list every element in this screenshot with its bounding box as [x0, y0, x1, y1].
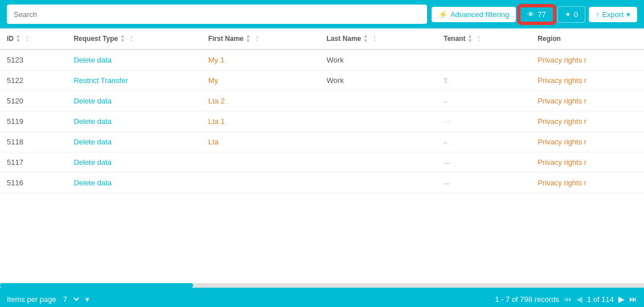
- export-button[interactable]: ↑ Export ▾: [589, 7, 637, 22]
- pagination-section: 1 - 7 of 798 records ⏮ ◀ 1 of 114 ▶ ⏭: [495, 294, 637, 304]
- cell-first-name: Lta: [202, 132, 320, 152]
- cell-id: 5119: [0, 111, 67, 132]
- sort-down-icon: ▼: [16, 39, 20, 43]
- selected-button[interactable]: ✦ 0: [557, 6, 585, 23]
- export-icon: ↑: [596, 10, 600, 19]
- cell-first-name: My: [202, 70, 320, 91]
- col-menu-tenant-icon[interactable]: ⋮: [475, 35, 482, 43]
- cell-region: Privacy rights r: [531, 49, 644, 70]
- cell-first-name: [202, 173, 320, 193]
- cell-tenant: T.: [437, 70, 531, 91]
- horizontal-scrollbar[interactable]: [0, 283, 644, 288]
- cell-request-type: Delete data: [67, 132, 201, 152]
- col-id: ID ▲ ▼ ⋮: [0, 28, 67, 49]
- cell-last-name: Work: [320, 70, 437, 91]
- toolbar-buttons: ⚡ Advanced filtering 👁 77 ✦ 0 ↑ Export ▾: [432, 6, 637, 23]
- cell-region: Privacy rights r: [531, 173, 644, 193]
- data-table: ID ▲ ▼ ⋮ Request Type ▲ ▼: [0, 28, 644, 193]
- filter-label: Advanced filtering: [450, 10, 509, 19]
- cell-region: Privacy rights r: [531, 70, 644, 91]
- cell-request-type: Delete data: [67, 111, 201, 132]
- col-tenant: Tenant ▲ ▼ ⋮: [437, 28, 531, 49]
- cell-tenant: [437, 49, 531, 70]
- col-menu-id-icon[interactable]: ⋮: [24, 35, 30, 43]
- count-value: 77: [538, 10, 545, 19]
- items-per-page-chevron-icon: ▾: [85, 295, 89, 304]
- sort-down-icon: ▼: [363, 39, 368, 43]
- sort-tenant[interactable]: ▲ ▼: [467, 34, 472, 43]
- prev-page-button[interactable]: ◀: [576, 294, 583, 304]
- col-request-type: Request Type ▲ ▼ ⋮: [67, 28, 201, 49]
- items-per-page-select[interactable]: 7 10 25 50: [61, 294, 81, 304]
- table-row[interactable]: 5122 Restrict Transfer My Work T. Privac…: [0, 70, 644, 91]
- sort-id[interactable]: ▲ ▼: [16, 34, 20, 43]
- cell-last-name: [320, 111, 437, 132]
- cell-last-name: Work: [320, 49, 437, 70]
- cell-id: 5116: [0, 173, 67, 193]
- cell-region: Privacy rights r: [531, 111, 644, 132]
- table-container: ID ▲ ▼ ⋮ Request Type ▲ ▼: [0, 28, 644, 283]
- cell-id: 5123: [0, 49, 67, 70]
- sort-first-name[interactable]: ▲ ▼: [246, 34, 251, 43]
- cell-id: 5120: [0, 91, 67, 111]
- col-menu-lastname-icon[interactable]: ⋮: [371, 35, 378, 43]
- col-last-name: Last Name ▲ ▼ ⋮: [320, 28, 437, 49]
- cell-id: 5122: [0, 70, 67, 91]
- sort-request-type[interactable]: ▲ ▼: [120, 34, 125, 43]
- cell-last-name: [320, 152, 437, 173]
- cell-first-name: Lta 1: [202, 111, 320, 132]
- cell-request-type: Delete data: [67, 173, 201, 193]
- records-info: 1 - 7 of 798 records: [495, 295, 559, 304]
- cell-region: Privacy rights r: [531, 91, 644, 111]
- cell-request-type: Restrict Transfer: [67, 70, 201, 91]
- scrollbar-thumb[interactable]: [0, 283, 193, 288]
- items-per-page-label: Items per page: [7, 295, 56, 304]
- col-menu-request-icon[interactable]: ⋮: [128, 35, 134, 43]
- cell-last-name: [320, 173, 437, 193]
- cell-tenant: –: [437, 132, 531, 152]
- sort-down-icon: ▼: [120, 39, 125, 43]
- cell-region: Privacy rights r: [531, 152, 644, 173]
- cell-first-name: Lta 2: [202, 91, 320, 111]
- table-row[interactable]: 5116 Delete data — Privacy rights r: [0, 173, 644, 193]
- next-page-button[interactable]: ▶: [618, 294, 625, 304]
- cell-first-name: [202, 152, 320, 173]
- top-bar: ⚡ Advanced filtering 👁 77 ✦ 0 ↑ Export ▾: [0, 0, 644, 28]
- cell-tenant: · ··: [437, 111, 531, 132]
- selected-value: 0: [574, 10, 578, 19]
- page-info: 1 of 114: [587, 295, 614, 304]
- sort-last-name[interactable]: ▲ ▼: [363, 34, 368, 43]
- col-menu-firstname-icon[interactable]: ⋮: [254, 35, 260, 43]
- cell-tenant: –: [437, 91, 531, 111]
- filter-icon: ⚡: [438, 10, 448, 19]
- sort-down-icon: ▼: [246, 39, 251, 43]
- table-row[interactable]: 5117 Delete data — Privacy rights r: [0, 152, 644, 173]
- cell-tenant: —: [437, 152, 531, 173]
- cell-request-type: Delete data: [67, 49, 201, 70]
- cell-request-type: Delete data: [67, 152, 201, 173]
- cell-request-type: Delete data: [67, 91, 201, 111]
- table-row[interactable]: 5120 Delete data Lta 2 – Privacy rights …: [0, 91, 644, 111]
- sort-down-icon: ▼: [467, 39, 472, 43]
- cell-first-name: My 1: [202, 49, 320, 70]
- export-chevron-icon: ▾: [626, 10, 630, 19]
- count-button[interactable]: 👁 77: [519, 6, 553, 23]
- cell-id: 5117: [0, 152, 67, 173]
- cell-tenant: —: [437, 173, 531, 193]
- table-row[interactable]: 5119 Delete data Lta 1 · ·· Privacy righ…: [0, 111, 644, 132]
- export-label: Export: [602, 10, 624, 19]
- table-row[interactable]: 5118 Delete data Lta – Privacy rights r: [0, 132, 644, 152]
- table-row[interactable]: 5123 Delete data My 1 Work Privacy right…: [0, 49, 644, 70]
- search-input[interactable]: [7, 5, 427, 24]
- selection-icon: ✦: [565, 10, 571, 19]
- col-region: Region: [531, 28, 644, 49]
- advanced-filter-button[interactable]: ⚡ Advanced filtering: [432, 7, 516, 22]
- last-page-button[interactable]: ⏭: [629, 294, 637, 304]
- first-page-button[interactable]: ⏮: [564, 294, 572, 304]
- cell-id: 5118: [0, 132, 67, 152]
- col-first-name: First Name ▲ ▼ ⋮: [202, 28, 320, 49]
- cell-last-name: [320, 132, 437, 152]
- table-body: 5123 Delete data My 1 Work Privacy right…: [0, 49, 644, 193]
- cell-last-name: [320, 91, 437, 111]
- bottom-bar: Items per page 7 10 25 50 ▾ 1 - 7 of 798…: [0, 288, 644, 307]
